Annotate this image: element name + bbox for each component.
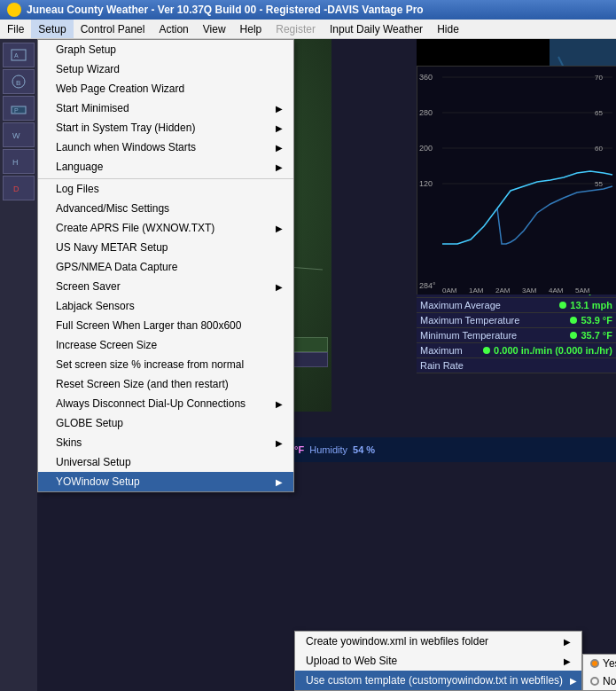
dd-webpage-wizard[interactable]: Web Page Creation Wizard [38,79,293,98]
dd-start-tray[interactable]: Start in System Tray (Hidden) ▶ [38,118,293,137]
svg-text:0AM: 0AM [442,287,457,294]
radio-no[interactable]: No [583,672,616,690]
svg-text:B: B [16,79,20,87]
stat-label-6: Maximum [420,345,483,356]
menu-hide[interactable]: Hide [430,20,466,38]
dd-reset-size[interactable]: Reset Screen Size (and then restart) [38,374,293,394]
sidebar-btn-6[interactable]: D [3,176,35,200]
menu-file[interactable]: File [0,20,31,38]
svg-text:1AM: 1AM [469,287,484,294]
stat-dot-3 [559,302,566,309]
svg-text:284°: 284° [419,281,436,290]
svg-text:D: D [13,185,19,193]
svg-text:280: 280 [419,108,433,117]
dd-log-files[interactable]: Log Files [38,178,293,199]
svg-text:2AM: 2AM [495,287,511,294]
dd-graph-setup[interactable]: Graph Setup [38,40,293,59]
stat-row-7: Rain Rate [417,358,616,373]
svg-text:5AM: 5AM [575,287,590,294]
title-bar: Juneau County Weather - Ver 10.37Q Build… [0,0,616,20]
svg-text:200: 200 [419,144,433,153]
dd-globe[interactable]: GLOBE Setup [38,413,293,433]
stat-val-3: 13.1 mph [570,300,612,310]
menu-control[interactable]: Control Panel [74,20,152,38]
sub-custom-template[interactable]: Use custom template (customyowindow.txt … [295,671,581,690]
radio-no-dot [590,677,599,686]
dd-gps[interactable]: GPS/NMEA Data Capture [38,257,293,277]
menu-bar: File Setup Control Panel Action View Hel… [0,20,616,39]
setup-dropdown: Graph Setup Setup Wizard Web Page Creati… [37,39,294,492]
radio-no-label: No [603,675,616,687]
humidity-val: 54 % [353,444,375,455]
radio-yes[interactable]: Yes [583,655,616,672]
main-content: A B P W H D COUNTY ER RADAR [0,39,616,691]
dd-fullscreen[interactable]: Full Screen When Larger than 800x600 [38,316,293,335]
sidebar-btn-3[interactable]: P [3,96,35,121]
dd-language[interactable]: Language ▶ [38,157,293,177]
dd-start-minimised[interactable]: Start Minimised ▶ [38,98,293,118]
dd-disconnect[interactable]: Always Disconnect Dial-Up Connections ▶ [38,394,293,413]
svg-text:120: 120 [419,179,433,188]
stat-label-4: Maximum Temperature [420,315,570,326]
stat-val-5: 35.7 °F [581,330,612,341]
dd-screensaver[interactable]: Screen Saver ▶ [38,277,293,296]
sidebar-btn-4[interactable]: W [3,122,35,147]
temp-chart: 360 280 200 120 0AM 1AM 2AM 3AM 4AM 5A [417,66,616,294]
sidebar-btn-2[interactable]: B [3,69,35,94]
stat-row-6: Maximum 0.000 in./min (0.000 in./hr) [417,343,616,358]
svg-text:70: 70 [595,74,603,82]
svg-text:65: 65 [595,109,603,117]
menu-setup[interactable]: Setup [31,20,73,38]
dd-metar[interactable]: US Navy METAR Setup [38,238,293,257]
bg-area: COUNTY ER RADAR Eau Claire La Crosse Pra… [37,39,616,691]
svg-text:3AM: 3AM [522,287,537,294]
dd-launch-windows[interactable]: Launch when Windows Starts ▶ [38,137,293,157]
left-sidebar: A B P W H D [0,39,37,691]
stat-dot-4 [570,317,577,324]
custom-submenu: Yes No [582,654,616,691]
radio-yes-dot [590,659,599,668]
dd-skins[interactable]: Skins ▶ [38,433,293,452]
menu-register: Register [269,20,323,38]
menu-view[interactable]: View [196,20,233,38]
menu-input[interactable]: Input Daily Weather [323,20,430,38]
dd-set-size[interactable]: Set screen size % increase from normal [38,355,293,374]
radio-yes-label: Yes [603,657,616,670]
dd-setup-wizard[interactable]: Setup Wizard [38,59,293,79]
svg-text:P: P [14,107,19,114]
dd-yowindow[interactable]: YOWindow Setup ▶ [38,472,293,491]
stat-row-3: Maximum Average 13.1 mph [417,298,616,313]
humidity-label: Humidity [309,444,347,455]
stat-label-5: Minimum Temperature [420,330,570,341]
stat-label-3: Maximum Average [420,300,559,310]
menu-help[interactable]: Help [233,20,269,38]
stat-val-6: 0.000 in./min (0.000 in./hr) [494,345,612,356]
stat-dot-5 [570,332,577,339]
stat-row-5: Minimum Temperature 35.7 °F [417,328,616,343]
dd-aprs[interactable]: Create APRS File (WXNOW.TXT) ▶ [38,218,293,238]
svg-text:4AM: 4AM [549,287,564,294]
svg-text:60: 60 [595,145,603,153]
menu-action[interactable]: Action [152,20,195,38]
dd-increase-size[interactable]: Increase Screen Size [38,335,293,355]
sub-upload-web[interactable]: Upload to Web Site ▶ [295,651,581,671]
dd-advanced[interactable]: Advanced/Misc Settings [38,199,293,218]
stat-val-4: 53.9 °F [581,315,612,326]
svg-text:360: 360 [419,73,433,82]
sub-create-xml[interactable]: Create yowindow.xml in webfiles folder ▶ [295,632,581,651]
yowindow-submenu: Create yowindow.xml in webfiles folder ▶… [294,631,582,691]
svg-text:A: A [14,52,19,59]
stat-row-4: Maximum Temperature 53.9 °F [417,313,616,328]
svg-text:W: W [12,131,20,140]
svg-text:55: 55 [595,180,603,188]
svg-text:H: H [12,158,19,167]
stat-dot-6 [483,347,490,354]
app-icon [7,3,21,17]
sidebar-btn-5[interactable]: H [3,149,35,174]
stat-label-7: Rain Rate [420,360,612,371]
dd-universal[interactable]: Universal Setup [38,452,293,472]
temp-svg: 360 280 200 120 0AM 1AM 2AM 3AM 4AM 5A [417,67,616,295]
dd-labjack[interactable]: Labjack Sensors [38,296,293,316]
window-title: Juneau County Weather - Ver 10.37Q Build… [27,4,424,16]
sidebar-btn-1[interactable]: A [3,43,35,67]
